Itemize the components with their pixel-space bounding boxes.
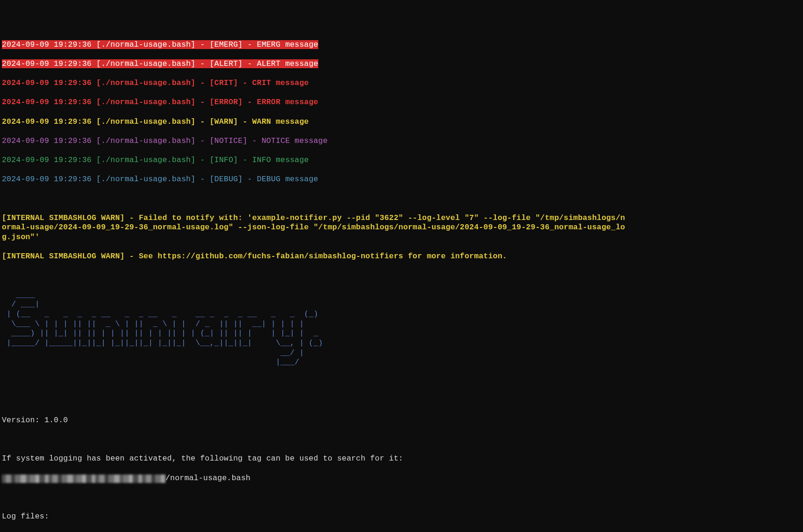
- blank: [2, 194, 801, 204]
- log-line-info: 2024-09-09 19:29:36 [./normal-usage.bash…: [2, 156, 801, 165]
- log-line-debug: 2024-09-09 19:29:36 [./normal-usage.bash…: [2, 175, 801, 184]
- log-files-header: Log files:: [2, 512, 801, 522]
- redacted-block: [2, 475, 165, 483]
- version-label: Version: 1.0.0: [2, 416, 801, 426]
- syslog-tag: /normal-usage.bash: [2, 474, 801, 483]
- internal-warn-2: [INTERNAL SIMBASHLOG WARN] - See https:/…: [2, 252, 801, 262]
- blank: [2, 493, 801, 503]
- log-line-error: 2024-09-09 19:29:36 [./normal-usage.bash…: [2, 98, 801, 107]
- blank: [2, 271, 801, 281]
- log-line-crit: 2024-09-09 19:29:36 [./normal-usage.bash…: [2, 78, 801, 88]
- log-line-emerg: 2024-09-09 19:29:36 [./normal-usage.bash…: [2, 40, 801, 50]
- blank: [2, 377, 801, 387]
- internal-warn-1: [INTERNAL SIMBASHLOG WARN] - Failed to n…: [2, 213, 628, 242]
- blank: [2, 435, 801, 445]
- syslog-intro: If system logging has been activated, th…: [2, 454, 801, 464]
- log-line-warn: 2024-09-09 19:29:36 [./normal-usage.bash…: [2, 117, 801, 127]
- log-line-notice: 2024-09-09 19:29:36 [./normal-usage.bash…: [2, 136, 801, 146]
- log-line-alert: 2024-09-09 19:29:36 [./normal-usage.bash…: [2, 59, 801, 69]
- ascii-art-summary: ____ / ___| | (__ _ _ _ _ __ _ _ __ _ __…: [2, 291, 801, 368]
- blank: [2, 397, 801, 406]
